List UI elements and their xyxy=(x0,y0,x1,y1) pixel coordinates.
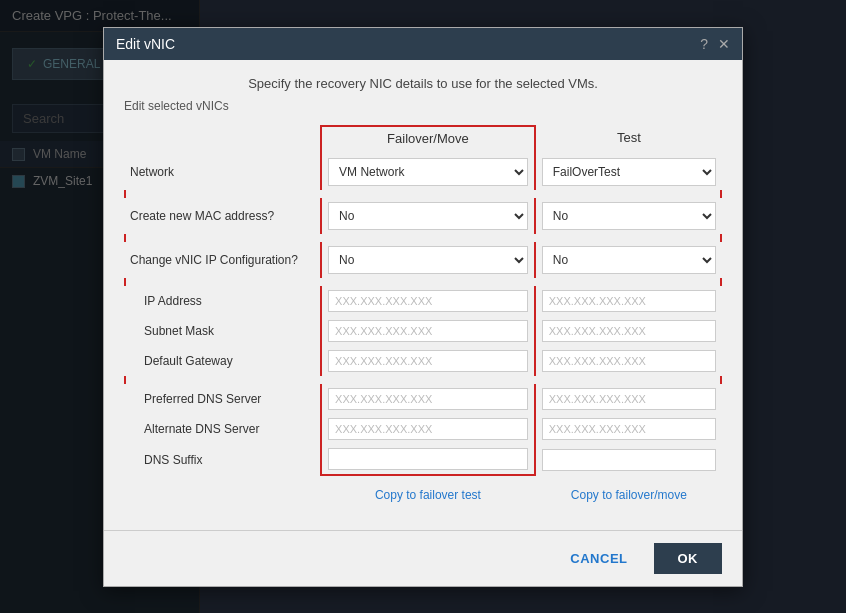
copy-failover-move-link[interactable]: Copy to failover/move xyxy=(542,482,716,508)
change-ip-test-cell: No Yes xyxy=(536,242,722,278)
spacer-3 xyxy=(124,278,722,286)
dns-suffix-failover-input[interactable] xyxy=(328,448,528,470)
edit-vnic-dialog: Edit vNIC ? ✕ Specify the recovery NIC d… xyxy=(103,27,743,587)
ok-button[interactable]: OK xyxy=(654,543,723,574)
ip-address-failover-input[interactable] xyxy=(328,290,528,312)
preferred-dns-failover-input[interactable] xyxy=(328,388,528,410)
modal-overlay: Edit vNIC ? ✕ Specify the recovery NIC d… xyxy=(0,0,846,613)
dns-suffix-failover-cell xyxy=(320,444,536,476)
dns-suffix-row: DNS Suffix xyxy=(124,444,722,476)
default-gateway-failover-cell xyxy=(320,346,536,376)
close-button[interactable]: ✕ xyxy=(718,36,730,52)
modal-title: Edit vNIC xyxy=(116,36,175,52)
alternate-dns-row: Alternate DNS Server xyxy=(124,414,722,444)
vnic-form-table: Failover/Move Test Network VM Network xyxy=(124,125,722,512)
subnet-mask-label: Subnet Mask xyxy=(124,316,320,346)
default-gateway-failover-input[interactable] xyxy=(328,350,528,372)
ip-address-test-cell xyxy=(536,286,722,316)
subnet-mask-failover-input[interactable] xyxy=(328,320,528,342)
create-mac-test-select[interactable]: No Yes xyxy=(542,202,716,230)
create-mac-label: Create new MAC address? xyxy=(124,198,320,234)
test-col-header: Test xyxy=(536,125,722,154)
create-mac-test-cell: No Yes xyxy=(536,198,722,234)
create-mac-row: Create new MAC address? No Yes No Yes xyxy=(124,198,722,234)
copy-failover-move-cell: Copy to failover/move xyxy=(536,476,722,512)
spacer-2 xyxy=(124,234,722,242)
dns-suffix-test-input[interactable] xyxy=(542,449,716,471)
help-button[interactable]: ? xyxy=(700,36,708,52)
ip-address-label: IP Address xyxy=(124,286,320,316)
preferred-dns-row: Preferred DNS Server xyxy=(124,384,722,414)
change-ip-label: Change vNIC IP Configuration? xyxy=(124,242,320,278)
column-headers: Failover/Move Test xyxy=(124,125,722,154)
default-gateway-test-input[interactable] xyxy=(542,350,716,372)
subnet-mask-row: Subnet Mask xyxy=(124,316,722,346)
alternate-dns-failover-input[interactable] xyxy=(328,418,528,440)
modal-body: Specify the recovery NIC details to use … xyxy=(104,60,742,530)
preferred-dns-label: Preferred DNS Server xyxy=(124,384,320,414)
create-mac-failover-cell: No Yes xyxy=(320,198,536,234)
default-gateway-test-cell xyxy=(536,346,722,376)
network-failover-select[interactable]: VM Network xyxy=(328,158,528,186)
failover-col-header: Failover/Move xyxy=(320,125,536,154)
change-ip-failover-cell: No Yes xyxy=(320,242,536,278)
default-gateway-label: Default Gateway xyxy=(124,346,320,376)
create-mac-failover-select[interactable]: No Yes xyxy=(328,202,528,230)
cancel-button[interactable]: CANCEL xyxy=(554,543,643,574)
preferred-dns-test-input[interactable] xyxy=(542,388,716,410)
network-test-select[interactable]: FailOverTest xyxy=(542,158,716,186)
network-row: Network VM Network FailOverTest xyxy=(124,154,722,190)
change-ip-test-select[interactable]: No Yes xyxy=(542,246,716,274)
modal-subtitle: Specify the recovery NIC details to use … xyxy=(124,76,722,91)
network-failover-cell: VM Network xyxy=(320,154,536,190)
alternate-dns-test-input[interactable] xyxy=(542,418,716,440)
spacer-1 xyxy=(124,190,722,198)
preferred-dns-failover-cell xyxy=(320,384,536,414)
modal-titlebar: Edit vNIC ? ✕ xyxy=(104,28,742,60)
ip-address-test-input[interactable] xyxy=(542,290,716,312)
titlebar-actions: ? ✕ xyxy=(700,36,730,52)
edit-label: Edit selected vNICs xyxy=(124,99,722,113)
subnet-mask-failover-cell xyxy=(320,316,536,346)
ip-address-failover-cell xyxy=(320,286,536,316)
copy-spacer xyxy=(124,476,320,512)
subnet-mask-test-input[interactable] xyxy=(542,320,716,342)
ip-address-row: IP Address xyxy=(124,286,722,316)
copy-links-row: Copy to failover test Copy to failover/m… xyxy=(124,476,722,512)
alternate-dns-test-cell xyxy=(536,414,722,444)
alternate-dns-label: Alternate DNS Server xyxy=(124,414,320,444)
copy-failover-test-link[interactable]: Copy to failover test xyxy=(326,482,530,508)
dns-suffix-test-cell xyxy=(536,444,722,476)
label-col-header xyxy=(124,125,320,154)
dns-suffix-label: DNS Suffix xyxy=(124,444,320,476)
spacer-4 xyxy=(124,376,722,384)
modal-footer: CANCEL OK xyxy=(104,530,742,586)
copy-failover-test-cell: Copy to failover test xyxy=(320,476,536,512)
preferred-dns-test-cell xyxy=(536,384,722,414)
subnet-mask-test-cell xyxy=(536,316,722,346)
alternate-dns-failover-cell xyxy=(320,414,536,444)
change-ip-row: Change vNIC IP Configuration? No Yes No … xyxy=(124,242,722,278)
network-test-cell: FailOverTest xyxy=(536,154,722,190)
default-gateway-row: Default Gateway xyxy=(124,346,722,376)
change-ip-failover-select[interactable]: No Yes xyxy=(328,246,528,274)
network-label: Network xyxy=(124,154,320,190)
